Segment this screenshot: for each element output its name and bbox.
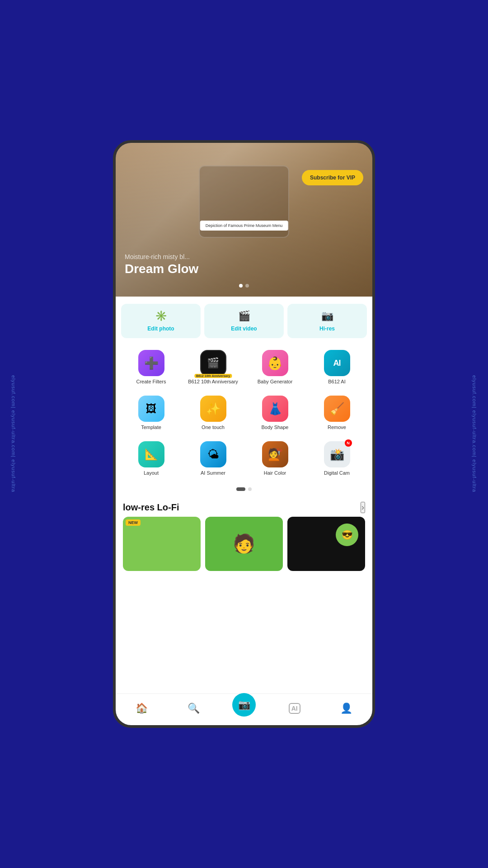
app-grid-pagination	[116, 485, 372, 497]
section-lofi-arrow[interactable]: ›	[361, 502, 365, 513]
remove-icon: 🧹	[324, 396, 350, 422]
b612-anniversary-icon: 🎬 B612 10th Anniversary	[200, 350, 226, 376]
one-touch-icon: ✨	[200, 396, 226, 422]
b612-ai-label: B612 AI	[328, 379, 346, 385]
subscribe-vip-button[interactable]: Subscribe for VIP	[302, 170, 363, 185]
hero-food-label: Depiction of Famous Prime Museum Menu	[200, 221, 288, 231]
nav-camera-button[interactable]: 📷	[232, 693, 256, 717]
section-header-lofi: low-res Lo-Fi ›	[116, 497, 372, 517]
app-create-filters[interactable]: ➕ Create Filters	[121, 345, 181, 389]
ai-summer-label: AI Summer	[201, 470, 225, 476]
watermark-right: elyusuf.com| elyusuf-ultra.com| elyusuf-…	[461, 0, 488, 868]
edit-video-label: Edit video	[231, 326, 257, 332]
hero-title: Dream Glow	[125, 262, 198, 276]
template-label: Template	[141, 425, 161, 430]
page-dot-1	[236, 487, 245, 491]
app-one-touch[interactable]: ✨ One touch	[183, 391, 243, 435]
bottom-navigation: 🏠 🔍 📷 AI 👤	[116, 693, 372, 725]
hero-dot-2	[245, 284, 249, 288]
b612-ai-icon: AI	[324, 350, 350, 376]
preview-card-3[interactable]: 😎	[287, 517, 365, 571]
edit-video-icon: 🎬	[238, 310, 250, 322]
layout-label: Layout	[144, 470, 159, 476]
ai-summer-icon: 🌤	[200, 441, 226, 467]
app-template[interactable]: 🖼 Template	[121, 391, 181, 435]
nav-profile-button[interactable]: 👤	[333, 701, 360, 716]
hero-banner: Depiction of Famous Prime Museum Menu Su…	[116, 143, 372, 297]
create-filters-label: Create Filters	[136, 379, 166, 385]
profile-icon: 👤	[340, 703, 352, 714]
layout-icon: 📐	[138, 441, 164, 467]
edit-photo-label: Edit photo	[147, 326, 174, 332]
digital-cam-badge: N	[345, 439, 352, 447]
app-layout[interactable]: 📐 Layout	[121, 437, 181, 481]
template-icon: 🖼	[138, 396, 164, 422]
hair-color-label: Hair Color	[264, 470, 286, 476]
edit-video-button[interactable]: 🎬 Edit video	[204, 304, 284, 338]
app-hair-color[interactable]: 💇 Hair Color	[245, 437, 305, 481]
anniversary-badge: B612 10th Anniversary	[194, 374, 232, 378]
home-icon: 🏠	[136, 703, 148, 714]
remove-label: Remove	[328, 425, 346, 430]
baby-generator-icon: 👶	[262, 350, 288, 376]
digital-cam-icon: 📸 N	[324, 441, 350, 467]
nav-search-button[interactable]: 🔍	[180, 701, 207, 716]
preview-cards-row: NEW 🧑 😎	[116, 517, 372, 578]
digital-cam-label: Digital Cam	[324, 470, 350, 476]
app-grid: ➕ Create Filters 🎬 B612 10th Anniversary…	[116, 342, 372, 485]
app-ai-summer[interactable]: 🌤 AI Summer	[183, 437, 243, 481]
app-baby-generator[interactable]: 👶 Baby Generator	[245, 345, 305, 389]
app-remove[interactable]: 🧹 Remove	[307, 391, 367, 435]
page-dot-2	[248, 487, 252, 491]
watermark-left: elyusuf.com| elyusuf-ultra.com| elyusuf-…	[0, 0, 27, 868]
hero-pagination-dots	[239, 284, 249, 288]
app-body-shape[interactable]: 👗 Body Shape	[245, 391, 305, 435]
hero-food-image: Depiction of Famous Prime Museum Menu	[199, 165, 289, 238]
b612-anniversary-label: B612 10th Anniversary	[188, 379, 238, 385]
nav-home-button[interactable]: 🏠	[128, 701, 155, 716]
edit-photo-icon: ✳️	[155, 310, 167, 322]
hi-res-icon: 📷	[321, 310, 333, 322]
phone-container: Depiction of Famous Prime Museum Menu Su…	[113, 140, 375, 728]
hero-subtitle: Moisture-rich misty bl...	[125, 253, 190, 260]
new-badge: NEW	[126, 519, 141, 526]
create-filters-icon: ➕	[138, 350, 164, 376]
body-shape-label: Body Shape	[262, 425, 289, 430]
nav-ai-button[interactable]: AI	[282, 701, 308, 716]
hi-res-label: Hi-res	[319, 326, 335, 332]
preview-card-1[interactable]: NEW	[123, 517, 201, 571]
hero-dot-1	[239, 284, 243, 288]
quick-actions-row: ✳️ Edit photo 🎬 Edit video 📷 Hi-res	[116, 297, 372, 342]
ai-icon: AI	[289, 703, 300, 714]
person-image: 🧑	[205, 517, 283, 571]
hair-color-icon: 💇	[262, 441, 288, 467]
camera-icon: 📷	[238, 699, 250, 711]
body-shape-icon: 👗	[262, 396, 288, 422]
hi-res-button[interactable]: 📷 Hi-res	[287, 304, 367, 338]
baby-generator-label: Baby Generator	[258, 379, 293, 385]
one-touch-label: One touch	[202, 425, 225, 430]
section-lofi-title: low-res Lo-Fi	[123, 502, 179, 513]
app-b612-anniversary[interactable]: 🎬 B612 10th Anniversary B612 10th Annive…	[183, 345, 243, 389]
preview-card-2[interactable]: 🧑	[205, 517, 283, 571]
app-digital-cam[interactable]: 📸 N Digital Cam	[307, 437, 367, 481]
main-content: ✳️ Edit photo 🎬 Edit video 📷 Hi-res ➕ Cr…	[116, 297, 372, 699]
edit-photo-button[interactable]: ✳️ Edit photo	[121, 304, 201, 338]
app-b612-ai[interactable]: AI B612 AI	[307, 345, 367, 389]
search-icon: 🔍	[188, 703, 200, 714]
